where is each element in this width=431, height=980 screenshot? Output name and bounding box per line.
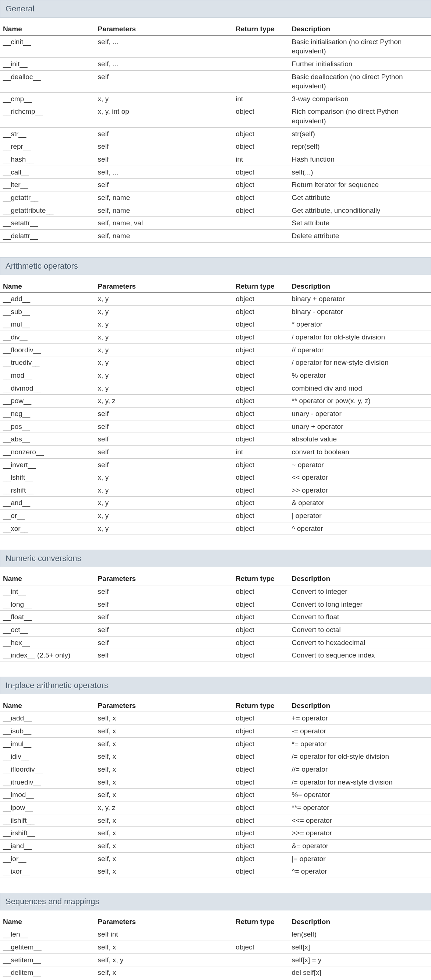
- method-desc: >>= operator: [289, 827, 431, 840]
- method-params: x, y: [95, 92, 233, 105]
- method-name: __dealloc__: [0, 70, 95, 92]
- method-return: object: [232, 178, 289, 191]
- method-params: self: [95, 140, 233, 153]
- method-params: self, x: [95, 827, 233, 840]
- method-name: __index__ (2.5+ only): [0, 649, 95, 662]
- method-return: object: [232, 789, 289, 802]
- table-row: __sub__x, yobjectbinary - operator: [0, 305, 431, 318]
- method-return: object: [232, 598, 289, 611]
- table-row: __rshift__x, yobject>> operator: [0, 484, 431, 496]
- table-row: __idiv__self, xobject/= operator for old…: [0, 750, 431, 763]
- column-header: Return type: [232, 700, 289, 712]
- method-desc: += operator: [289, 712, 431, 725]
- table-row: __neg__selfobjectunary - operator: [0, 407, 431, 420]
- method-return: object: [232, 140, 289, 153]
- method-return: object: [232, 204, 289, 217]
- table-row: __getattr__self, nameobjectGet attribute: [0, 191, 431, 204]
- method-return: int: [232, 92, 289, 105]
- method-desc: Convert to long integer: [289, 598, 431, 611]
- column-header: Description: [289, 23, 431, 35]
- method-params: self: [95, 458, 233, 471]
- method-return: object: [232, 585, 289, 598]
- method-params: self, x: [95, 776, 233, 789]
- method-return: object: [232, 165, 289, 178]
- method-params: self: [95, 178, 233, 191]
- column-header: Description: [289, 916, 431, 928]
- method-name: __getitem__: [0, 941, 95, 954]
- table-row: __repr__selfobjectrepr(self): [0, 140, 431, 153]
- table-row: __xor__x, yobject^ operator: [0, 522, 431, 535]
- table-row: __str__selfobjectstr(self): [0, 127, 431, 140]
- method-desc: // operator: [289, 344, 431, 356]
- method-desc: Convert to hexadecimal: [289, 636, 431, 649]
- method-return: object: [232, 407, 289, 420]
- column-header: Parameters: [95, 700, 233, 712]
- method-name: __divmod__: [0, 382, 95, 395]
- method-return: object: [232, 737, 289, 750]
- table-row: __irshift__self, xobject>>= operator: [0, 827, 431, 840]
- table-row: __delattr__self, nameDelete attribute: [0, 229, 431, 242]
- method-return: object: [232, 725, 289, 738]
- method-params: x, y, z: [95, 801, 233, 814]
- method-params: self: [95, 70, 233, 92]
- method-desc: Basic deallocation (no direct Python equ…: [289, 70, 431, 92]
- method-return: object: [232, 636, 289, 649]
- method-params: x, y: [95, 484, 233, 496]
- section-header: In-place arithmetic operators: [0, 677, 431, 694]
- method-name: __setitem__: [0, 953, 95, 966]
- table-row: __call__self, ...objectself(...): [0, 165, 431, 178]
- table-row: __ixor__self, xobject^= operator: [0, 865, 431, 878]
- method-return: object: [232, 382, 289, 395]
- method-params: x, y: [95, 305, 233, 318]
- method-name: __getattribute__: [0, 204, 95, 217]
- method-return: object: [232, 763, 289, 776]
- method-return: object: [232, 649, 289, 662]
- table-row: __mul__x, yobject* operator: [0, 318, 431, 331]
- method-desc: Convert to sequence index: [289, 649, 431, 662]
- method-desc: ^ operator: [289, 522, 431, 535]
- method-params: x, y: [95, 382, 233, 395]
- method-name: __iter__: [0, 178, 95, 191]
- method-desc: //= operator: [289, 763, 431, 776]
- method-params: self, x: [95, 712, 233, 725]
- method-name: __isub__: [0, 725, 95, 738]
- method-return: object: [232, 344, 289, 356]
- method-name: __nonzero__: [0, 445, 95, 458]
- method-desc: Further initialisation: [289, 57, 431, 70]
- column-header: Description: [289, 700, 431, 712]
- table-row: __ipow__x, y, zobject**= operator: [0, 801, 431, 814]
- method-params: self: [95, 636, 233, 649]
- method-return: object: [232, 509, 289, 522]
- method-desc: & operator: [289, 496, 431, 509]
- method-return: [232, 35, 289, 57]
- table-row: __iand__self, xobject&= operator: [0, 839, 431, 852]
- method-name: __setattr__: [0, 217, 95, 230]
- method-params: self, x: [95, 941, 233, 954]
- column-header: Name: [0, 916, 95, 928]
- method-params: self, name: [95, 204, 233, 217]
- method-params: x, y, z: [95, 395, 233, 407]
- table-row: __cinit__self, ...Basic initialisation (…: [0, 35, 431, 57]
- method-desc: Get attribute, unconditionally: [289, 204, 431, 217]
- method-desc: str(self): [289, 127, 431, 140]
- table-row: __pos__selfobjectunary + operator: [0, 420, 431, 433]
- column-header: Return type: [232, 916, 289, 928]
- table-row: __truediv__x, yobject/ operator for new-…: [0, 356, 431, 369]
- method-name: __float__: [0, 611, 95, 624]
- table-row: __int__selfobjectConvert to integer: [0, 585, 431, 598]
- method-params: self: [95, 598, 233, 611]
- method-name: __delitem__: [0, 966, 95, 979]
- method-name: __and__: [0, 496, 95, 509]
- method-desc: self(...): [289, 165, 431, 178]
- method-name: __imul__: [0, 737, 95, 750]
- method-desc: 3-way comparison: [289, 92, 431, 105]
- method-desc: | operator: [289, 509, 431, 522]
- method-params: self, name: [95, 191, 233, 204]
- method-desc: unary - operator: [289, 407, 431, 420]
- method-name: __richcmp__: [0, 105, 95, 127]
- table-row: __itruediv__self, xobject/= operator for…: [0, 776, 431, 789]
- method-return: object: [232, 369, 289, 382]
- method-name: __ior__: [0, 852, 95, 865]
- table-row: __len__self intlen(self): [0, 928, 431, 941]
- method-params: self, x: [95, 814, 233, 827]
